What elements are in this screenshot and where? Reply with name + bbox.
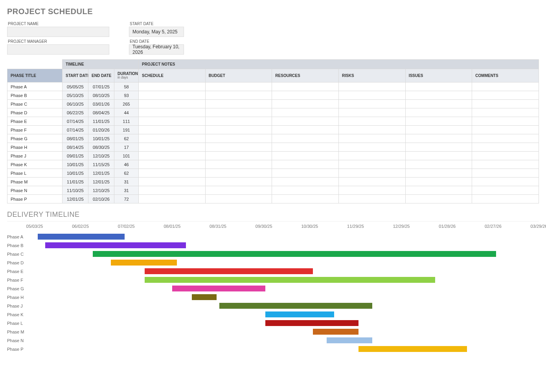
note-resources[interactable] [272, 143, 339, 152]
end-cell[interactable]: 12/01/25 [88, 169, 114, 178]
end-cell[interactable]: 12/10/25 [88, 152, 114, 160]
note-resources[interactable] [272, 108, 339, 117]
phase-cell[interactable]: Phase E [7, 117, 63, 126]
project-manager-input[interactable] [7, 44, 109, 55]
note-resources[interactable] [272, 117, 339, 126]
note-resources[interactable] [272, 195, 339, 203]
note-issues[interactable] [405, 160, 472, 169]
end-cell[interactable]: 12/01/25 [88, 178, 114, 186]
note-resources[interactable] [272, 91, 339, 100]
phase-cell[interactable]: Phase N [7, 186, 63, 195]
note-schedule[interactable] [139, 178, 206, 186]
phase-cell[interactable]: Phase P [7, 195, 63, 203]
dur-cell[interactable]: 31 [114, 178, 139, 186]
note-comments[interactable] [472, 82, 539, 91]
phase-cell[interactable]: Phase B [7, 91, 63, 100]
end-cell[interactable]: 10/01/25 [88, 134, 114, 143]
note-schedule[interactable] [139, 108, 206, 117]
note-schedule[interactable] [139, 117, 206, 126]
note-issues[interactable] [405, 178, 472, 186]
note-budget[interactable] [205, 126, 272, 134]
end-cell[interactable]: 01/20/26 [88, 126, 114, 134]
end-cell[interactable]: 08/04/25 [88, 108, 114, 117]
note-budget[interactable] [205, 100, 272, 108]
note-resources[interactable] [272, 100, 339, 108]
note-risks[interactable] [338, 169, 405, 178]
dur-cell[interactable]: 191 [114, 126, 139, 134]
dur-cell[interactable]: 44 [114, 108, 139, 117]
phase-cell[interactable]: Phase J [7, 152, 63, 160]
note-issues[interactable] [405, 91, 472, 100]
note-comments[interactable] [472, 178, 539, 186]
note-schedule[interactable] [139, 152, 206, 160]
phase-cell[interactable]: Phase A [7, 82, 63, 91]
start-cell[interactable]: 10/01/25 [63, 169, 88, 178]
note-risks[interactable] [338, 195, 405, 203]
dur-cell[interactable]: 58 [114, 82, 139, 91]
phase-cell[interactable]: Phase M [7, 178, 63, 186]
dur-cell[interactable]: 17 [114, 143, 139, 152]
note-risks[interactable] [338, 143, 405, 152]
note-comments[interactable] [472, 169, 539, 178]
end-cell[interactable]: 12/10/25 [88, 186, 114, 195]
note-risks[interactable] [338, 91, 405, 100]
note-resources[interactable] [272, 178, 339, 186]
start-cell[interactable]: 12/01/25 [63, 195, 88, 203]
note-risks[interactable] [338, 100, 405, 108]
note-comments[interactable] [472, 126, 539, 134]
note-resources[interactable] [272, 134, 339, 143]
phase-cell[interactable]: Phase L [7, 169, 63, 178]
note-budget[interactable] [205, 186, 272, 195]
note-comments[interactable] [472, 117, 539, 126]
note-risks[interactable] [338, 152, 405, 160]
note-resources[interactable] [272, 152, 339, 160]
phase-cell[interactable]: Phase K [7, 160, 63, 169]
note-schedule[interactable] [139, 143, 206, 152]
note-issues[interactable] [405, 117, 472, 126]
note-budget[interactable] [205, 91, 272, 100]
note-comments[interactable] [472, 152, 539, 160]
note-budget[interactable] [205, 195, 272, 203]
note-issues[interactable] [405, 186, 472, 195]
start-cell[interactable]: 08/01/25 [63, 134, 88, 143]
note-schedule[interactable] [139, 160, 206, 169]
end-cell[interactable]: 02/10/26 [88, 195, 114, 203]
note-issues[interactable] [405, 126, 472, 134]
dur-cell[interactable]: 111 [114, 117, 139, 126]
phase-cell[interactable]: Phase D [7, 108, 63, 117]
note-budget[interactable] [205, 152, 272, 160]
end-cell[interactable]: 08/30/25 [88, 143, 114, 152]
note-comments[interactable] [472, 143, 539, 152]
phase-cell[interactable]: Phase G [7, 134, 63, 143]
start-cell[interactable]: 10/01/25 [63, 160, 88, 169]
note-comments[interactable] [472, 186, 539, 195]
dur-cell[interactable]: 265 [114, 100, 139, 108]
note-budget[interactable] [205, 82, 272, 91]
start-cell[interactable]: 11/10/25 [63, 186, 88, 195]
end-cell[interactable]: 11/01/25 [88, 117, 114, 126]
note-risks[interactable] [338, 160, 405, 169]
phase-cell[interactable]: Phase C [7, 100, 63, 108]
end-cell[interactable]: 07/01/25 [88, 82, 114, 91]
note-budget[interactable] [205, 108, 272, 117]
start-cell[interactable]: 05/10/25 [63, 91, 88, 100]
note-resources[interactable] [272, 126, 339, 134]
note-schedule[interactable] [139, 169, 206, 178]
start-cell[interactable]: 08/14/25 [63, 143, 88, 152]
note-schedule[interactable] [139, 195, 206, 203]
note-comments[interactable] [472, 160, 539, 169]
note-issues[interactable] [405, 100, 472, 108]
note-issues[interactable] [405, 134, 472, 143]
note-comments[interactable] [472, 134, 539, 143]
phase-cell[interactable]: Phase H [7, 143, 63, 152]
start-cell[interactable]: 05/05/25 [63, 82, 88, 91]
note-comments[interactable] [472, 108, 539, 117]
note-comments[interactable] [472, 91, 539, 100]
dur-cell[interactable]: 72 [114, 195, 139, 203]
start-cell[interactable]: 06/22/25 [63, 108, 88, 117]
note-budget[interactable] [205, 178, 272, 186]
note-issues[interactable] [405, 143, 472, 152]
dur-cell[interactable]: 93 [114, 91, 139, 100]
project-name-input[interactable] [7, 27, 109, 37]
note-risks[interactable] [338, 134, 405, 143]
